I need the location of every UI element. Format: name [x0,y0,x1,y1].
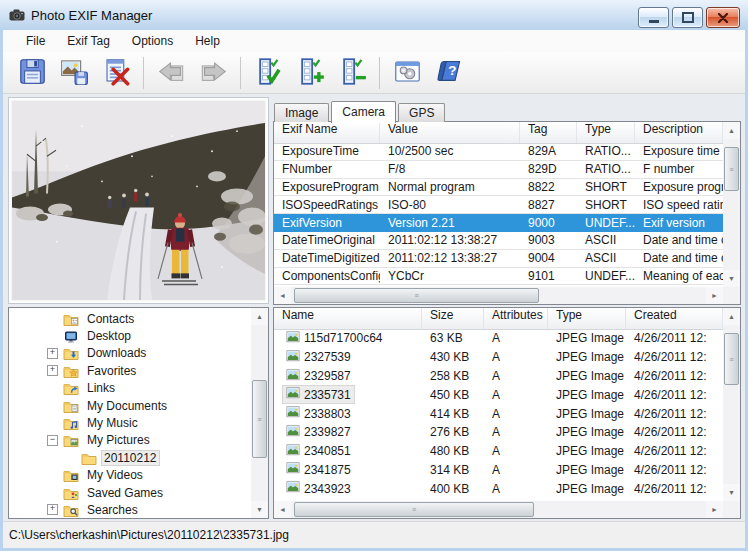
file-row-2343923[interactable]: 2343923400 KBAJPEG Image4/26/2011 12: [274,479,723,498]
scroll-thumb[interactable]: ≡ [252,380,267,458]
scroll-right-button[interactable]: ► [706,501,723,518]
minimize-button[interactable] [638,7,669,28]
menu-item-exif-tag[interactable]: Exif Tag [56,32,120,50]
column-header-exif-name[interactable]: Exif Name [274,122,380,143]
tab-camera[interactable]: Camera [331,101,396,123]
scroll-up-button[interactable]: ▲ [723,308,740,325]
scroll-right-button[interactable]: ► [706,287,723,304]
tab-image[interactable]: Image [274,103,329,122]
column-header-attributes[interactable]: Attributes [484,308,548,329]
file-row-2335731[interactable]: 2335731450 KBAJPEG Image4/26/2011 12: [274,385,723,404]
verify-exif-tags-button[interactable] [248,55,288,91]
camera-icon [9,7,25,23]
file-row-2339827[interactable]: 2339827276 KBAJPEG Image4/26/2011 12: [274,423,723,442]
scroll-down-button[interactable]: ▼ [251,501,268,518]
file-name-chip: 2329587 [282,367,355,386]
menu-item-file[interactable]: File [15,32,56,50]
scroll-down-button[interactable]: ▼ [723,484,740,501]
remove-exif-tag-button[interactable] [332,55,372,91]
file-row-2341875[interactable]: 2341875314 KBAJPEG Image4/26/2011 12: [274,461,723,480]
exif-row-datetimeoriginal[interactable]: DateTimeOriginal2011:02:12 13:38:279003A… [274,232,723,250]
column-header-size[interactable]: Size [422,308,484,329]
exif-cell: DateTimeOriginal [274,233,380,247]
column-header-created[interactable]: Created [626,308,723,329]
help-button[interactable]: ? [429,55,469,91]
tree-item-contacts[interactable]: +Contacts [9,310,251,327]
tree-item-20110212[interactable]: +20110212 [9,449,251,466]
tree-item-desktop[interactable]: +Desktop [9,327,251,344]
exif-row-exifversion[interactable]: ExifVersionVersion 2.219000UNDEF...Exif … [274,214,723,232]
tree-item-my-music[interactable]: +My Music [9,414,251,431]
horizontal-scrollbar[interactable]: ◄≡► [274,287,723,304]
tree-item-label: 20110212 [101,450,160,466]
file-cell: 4/26/2011 12: [626,482,723,496]
vertical-scrollbar[interactable]: ▲≡▼ [251,308,268,518]
exif-row-datetimedigitized[interactable]: DateTimeDigitized2011:02:12 13:38:279004… [274,250,723,268]
options-button[interactable] [387,55,427,91]
folder-documents-icon [63,398,79,414]
exif-row-isospeedratings[interactable]: ISOSpeedRatingsISO-808827SHORTISO speed … [274,196,723,214]
photo-preview [8,97,269,304]
file-row-2327539[interactable]: 2327539430 KBAJPEG Image4/26/2011 12: [274,348,723,367]
scroll-thumb[interactable]: ≡ [724,147,739,191]
column-header-description[interactable]: Description [635,122,723,143]
file-row-2329587[interactable]: 2329587258 KBAJPEG Image4/26/2011 12: [274,367,723,386]
column-header-value[interactable]: Value [380,122,520,143]
vertical-scrollbar[interactable]: ▲≡▼ [723,122,740,287]
file-row-2340851[interactable]: 2340851480 KBAJPEG Image4/26/2011 12: [274,442,723,461]
delete-exif-button[interactable] [96,55,136,91]
tree-item-saved-games[interactable]: +Saved Games [9,484,251,501]
file-row-2338803[interactable]: 2338803414 KBAJPEG Image4/26/2011 12: [274,404,723,423]
expander-minus-icon[interactable]: − [47,435,58,446]
exif-row-exposureprogram[interactable]: ExposureProgramNormal program8822SHORTEx… [274,179,723,197]
exif-row-fnumber[interactable]: FNumberF/8829DRATIO...F number [274,161,723,179]
scroll-up-button[interactable]: ▲ [251,308,268,325]
file-name-label: 2338803 [304,407,351,421]
tree-item-my-documents[interactable]: +My Documents [9,397,251,414]
file-cell: 4/26/2011 12: [626,425,723,439]
column-header-name[interactable]: Name [274,308,422,329]
close-button[interactable] [706,7,740,28]
scroll-left-button[interactable]: ◄ [274,287,291,304]
tree-item-links[interactable]: +Links [9,380,251,397]
column-header-type[interactable]: Type [577,122,635,143]
expander-plus-icon[interactable]: + [47,365,58,376]
save-image-button[interactable] [54,55,94,91]
tab-gps[interactable]: GPS [398,103,445,122]
tree-item-my-pictures[interactable]: −My Pictures [9,432,251,449]
scroll-thumb[interactable]: ≡ [724,333,739,385]
next-image-button [193,55,233,91]
tree-item-favorites[interactable]: +Favorites [9,362,251,379]
tree-item-my-videos[interactable]: +My Videos [9,467,251,484]
maximize-icon [682,12,694,23]
menu-item-help[interactable]: Help [184,32,231,50]
scroll-down-button[interactable]: ▼ [723,270,740,287]
file-row-115d71700c64[interactable]: 115d71700c6463 KBAJPEG Image4/26/2011 12… [274,329,723,348]
scroll-thumb[interactable]: ≡ [294,288,539,303]
vertical-scrollbar[interactable]: ▲≡▼ [723,308,740,501]
exif-cell: 9000 [520,216,577,230]
file-cell: 450 KB [422,388,484,402]
exif-cell: UNDEF... [577,216,635,230]
exif-cell: 829A [520,144,577,158]
scroll-thumb[interactable]: ≡ [294,502,534,517]
exif-row-componentsconfig[interactable]: ComponentsConfig...YCbCr9101UNDEF...Mean… [274,268,723,286]
column-header-tag[interactable]: Tag [520,122,577,143]
column-header-type[interactable]: Type [548,308,626,329]
exif-row-exposuretime[interactable]: ExposureTime10/2500 sec829ARATIO...Expos… [274,143,723,161]
exif-cell: ISO-80 [380,198,520,212]
scroll-up-button[interactable]: ▲ [723,122,740,139]
horizontal-scrollbar[interactable]: ◄≡► [274,501,723,518]
scroll-left-button[interactable]: ◄ [274,501,291,518]
tree-item-label: Contacts [83,310,138,328]
image-file-icon [286,386,300,403]
menu-item-options[interactable]: Options [121,32,184,50]
tree-item-searches[interactable]: +Searches [9,501,251,518]
add-exif-tag-button[interactable] [290,55,330,91]
maximize-button[interactable] [672,7,703,28]
expander-plus-icon[interactable]: + [47,504,58,515]
tree-item-downloads[interactable]: +Downloads [9,345,251,362]
file-name-label: 2343923 [304,482,351,496]
expander-plus-icon[interactable]: + [47,348,58,359]
save-exif-button[interactable] [12,55,52,91]
